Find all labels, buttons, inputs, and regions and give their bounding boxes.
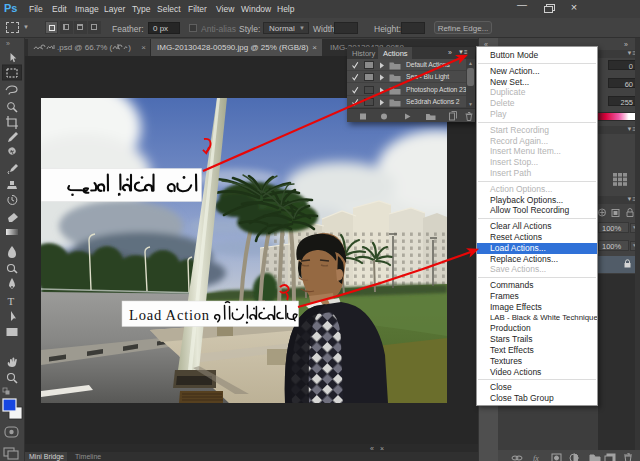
svg-text:Load Action: Load Action — [129, 307, 210, 323]
svg-text:T: T — [8, 295, 15, 307]
svg-text:fx: fx — [533, 454, 539, 461]
